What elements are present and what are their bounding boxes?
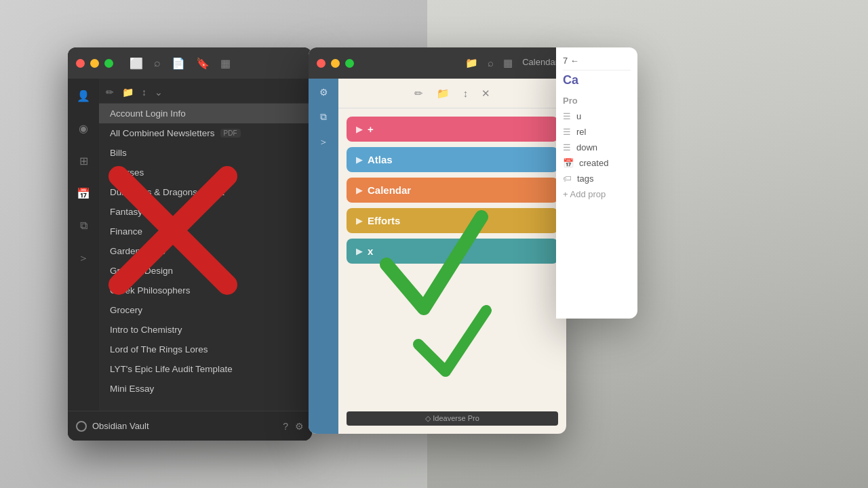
calendar-panel: 7 ← Ca Pro ☰ u ☰ rel ☰ down 📅 created 🏷 …: [556, 47, 637, 319]
list-icon-rel: ☰: [563, 127, 571, 137]
file-toolbar: ✏ 📁 ↕ ⌄: [99, 81, 312, 104]
new-folder-icon-right[interactable]: 📁: [437, 87, 450, 100]
folder-list: ▶ + ▶ Atlas ▶ Calendar ▶ Efforts ▶ x: [338, 108, 566, 434]
close-icon-right[interactable]: ✕: [481, 87, 490, 100]
add-prop-label: + Add prop: [563, 189, 606, 199]
right-main: ✏ 📁 ↕ ✕ ▶ + ▶ Atlas ▶ Calendar: [338, 79, 566, 434]
file-name: Greek Philosophers: [110, 285, 191, 296]
list-item[interactable]: Greek Philosophers: [99, 281, 312, 300]
maximize-button[interactable]: [104, 59, 113, 68]
folder-name: Atlas: [368, 154, 393, 165]
green-checkmark-inner: [412, 297, 493, 392]
vault-diamond-icon: [76, 421, 87, 432]
chevron-icon-x: ▶: [356, 247, 362, 256]
file-name: Mini Essay: [110, 384, 154, 394]
chevron-icon-efforts: ▶: [356, 216, 362, 226]
list-item[interactable]: LYT's Epic Life Audit Template: [99, 359, 312, 379]
list-item[interactable]: Garden Ideas: [99, 241, 312, 261]
prop-item-u: ☰ u: [563, 108, 631, 124]
search-icon[interactable]: ⌕: [154, 57, 161, 70]
calendar-tab-label[interactable]: Calendar: [522, 57, 558, 69]
traffic-lights-right: [317, 59, 354, 68]
list-icon-down: ☰: [563, 142, 571, 152]
list-item[interactable]: Graphic Design: [99, 261, 312, 281]
folder-item-efforts[interactable]: ▶ Efforts: [347, 208, 558, 233]
copy-icon[interactable]: ⧉: [73, 216, 94, 236]
list-item[interactable]: All Combined Newsletters PDF: [99, 123, 312, 143]
file-name: Grocery: [110, 305, 142, 315]
help-icon[interactable]: ?: [283, 421, 288, 432]
settings-icon-right[interactable]: ⚙: [319, 87, 328, 98]
minimize-button-right[interactable]: [331, 59, 340, 68]
calendar-icon[interactable]: 📅: [73, 183, 94, 203]
prop-item-created: 📅 created: [563, 155, 631, 171]
sort-icon-right[interactable]: ↕: [463, 87, 469, 99]
terminal-icon[interactable]: ＞: [73, 248, 94, 268]
right-window-inner: ⚙ ⧉ ＞ ✏ 📁 ↕ ✕ ▶ + ▶ Atlas: [309, 79, 566, 434]
new-note-icon[interactable]: 📄: [172, 57, 185, 70]
prop-section: Pro: [563, 96, 631, 106]
search-icon-right[interactable]: ⌕: [488, 57, 494, 69]
list-item[interactable]: Fantasy Films: [99, 202, 312, 222]
list-item[interactable]: Finance: [99, 222, 312, 241]
nav-number[interactable]: 7 ←: [563, 56, 579, 66]
edit-icon-right[interactable]: ✏: [414, 87, 423, 100]
file-name: Courses: [110, 167, 144, 178]
settings-icon[interactable]: ⚙: [295, 421, 304, 432]
copy-icon-right[interactable]: ⧉: [320, 111, 327, 123]
new-folder-icon[interactable]: 📁: [122, 87, 134, 98]
folder-item-plus[interactable]: ▶ +: [347, 117, 558, 142]
checkmark-area: [347, 269, 558, 406]
obsidian-window-left: ⬜ ⌕ 📄 🔖 ▦ 👤 ◉ ⊞ 📅 ⧉ ＞ ✏ 📁 ↕ ⌄: [68, 47, 312, 441]
layout-toggle-icon[interactable]: ▦: [503, 57, 513, 69]
folder-browse-icon[interactable]: 📁: [465, 57, 478, 69]
prop-item-down: ☰ down: [563, 140, 631, 155]
file-name: Intro to Chemistry: [110, 325, 182, 335]
file-name: Garden Ideas: [110, 246, 165, 256]
edit-icon[interactable]: ✏: [106, 87, 114, 98]
bookmark-icon[interactable]: 🔖: [196, 57, 210, 70]
status-diamond: ◇: [425, 414, 431, 422]
chevron-icon[interactable]: ⌄: [155, 87, 163, 98]
person-icon[interactable]: 👤: [73, 85, 94, 106]
folder-item-atlas[interactable]: ▶ Atlas: [347, 147, 558, 172]
list-item[interactable]: Dungeons & Dragons Quest: [99, 182, 312, 202]
file-name: All Combined Newsletters: [110, 128, 215, 138]
file-name: Lord of The Rings Lores: [110, 344, 208, 354]
list-item[interactable]: Grocery: [99, 300, 312, 320]
folder-item-x[interactable]: ▶ x: [347, 239, 558, 264]
prop-label: u: [576, 111, 581, 121]
minimize-button[interactable]: [90, 59, 99, 68]
add-property-button[interactable]: + Add prop: [563, 189, 631, 199]
bottom-status: ◇ Ideaverse Pro: [347, 411, 558, 426]
list-item[interactable]: Bills: [99, 143, 312, 163]
list-item[interactable]: Mini Essay: [99, 379, 312, 399]
list-item[interactable]: Lord of The Rings Lores: [99, 340, 312, 359]
list-item[interactable]: Account Login Info: [99, 104, 312, 123]
icon-rail: 👤 ◉ ⊞ 📅 ⧉ ＞: [68, 79, 99, 441]
titlebar-right: 📁 ⌕ ▦ Calendar: [309, 47, 566, 79]
layout-icon[interactable]: ▦: [220, 57, 231, 70]
calendar-icon-created: 📅: [563, 158, 574, 168]
prop-item-rel: ☰ rel: [563, 124, 631, 140]
list-item[interactable]: Intro to Chemistry: [99, 320, 312, 340]
folder-item-calendar[interactable]: ▶ Calendar: [347, 178, 558, 203]
terminal-icon-right[interactable]: ＞: [319, 136, 328, 148]
grid-icon[interactable]: ⊞: [73, 150, 94, 171]
sort-icon[interactable]: ↕: [142, 87, 146, 98]
close-button[interactable]: [76, 59, 85, 68]
file-name: Dungeons & Dragons Quest: [110, 187, 224, 197]
prop-label: created: [579, 158, 608, 168]
file-name: Bills: [110, 148, 127, 158]
file-name: Graphic Design: [110, 266, 173, 276]
titlebar-icon-group: ⬜ ⌕ 📄 🔖 ▦: [130, 57, 231, 70]
folder-name: x: [368, 245, 373, 257]
graph-icon[interactable]: ◉: [73, 118, 94, 138]
maximize-button-right[interactable]: [345, 59, 354, 68]
list-item[interactable]: Courses: [99, 163, 312, 182]
file-name: Fantasy Films: [110, 207, 167, 217]
folder-icon[interactable]: ⬜: [130, 57, 143, 70]
sidebar: 👤 ◉ ⊞ 📅 ⧉ ＞ ✏ 📁 ↕ ⌄ Account Login Info A…: [68, 79, 312, 441]
right-toolbar: ✏ 📁 ↕ ✕: [338, 79, 566, 108]
close-button-right[interactable]: [317, 59, 326, 68]
